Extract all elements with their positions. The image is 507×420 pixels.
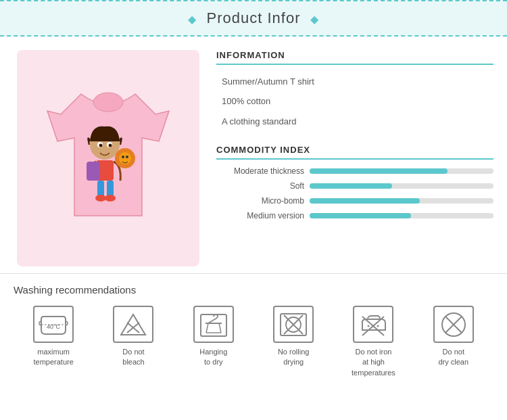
svg-point-4 xyxy=(99,144,103,147)
header-title: ◆ Product Infor ◆ xyxy=(188,9,318,26)
svg-point-0 xyxy=(93,93,123,112)
commodity-section: COMMODITY INDEX Moderate thickness Soft … xyxy=(216,145,493,220)
svg-point-12 xyxy=(122,156,124,158)
commodity-row-2: Micro-bomb xyxy=(216,196,493,206)
commodity-bar-fill-2 xyxy=(310,198,420,204)
commodity-bar-fill-1 xyxy=(310,183,392,189)
wash-item-temperature: 40°C maximumtemperature xyxy=(20,306,87,368)
svg-point-11 xyxy=(119,152,131,164)
washing-icons: 40°C maximumtemperature D xyxy=(14,306,493,378)
commodity-label-0: Moderate thickness xyxy=(216,166,304,176)
svg-point-17 xyxy=(105,195,116,202)
commodity-row-0: Moderate thickness xyxy=(216,166,493,176)
commodity-bar-fill-3 xyxy=(310,213,411,218)
wash-item-no-dry-clean: Do notdry clean xyxy=(420,306,487,368)
header-title-text: Product Infor xyxy=(207,9,301,26)
svg-point-30 xyxy=(368,325,370,327)
svg-text:40°C: 40°C xyxy=(47,323,61,330)
wash-item-bleach: Do notbleach xyxy=(99,306,167,368)
wash-label-no-dry-clean: Do notdry clean xyxy=(438,347,468,368)
wash-item-hang-dry: Hangingto dry xyxy=(180,306,247,368)
commodity-bar-3 xyxy=(310,213,493,218)
wash-icon-no-rolling xyxy=(273,306,314,343)
info-item-1: Summer/Autumn T shirt xyxy=(216,72,493,91)
svg-point-32 xyxy=(377,325,379,327)
wash-icon-no-dry-clean xyxy=(433,306,474,343)
washing-section: Washing recommendations 40°C maximumtem xyxy=(0,273,507,392)
svg-line-24 xyxy=(219,323,221,333)
wash-label-hang-dry: Hangingto dry xyxy=(199,347,227,368)
info-section-title: INFORMATION xyxy=(216,50,493,65)
commodity-label-1: Soft xyxy=(216,181,304,191)
product-image xyxy=(17,50,199,266)
wash-item-no-rolling: No rollingdrying xyxy=(260,306,327,368)
diamond-right: ◆ xyxy=(310,14,319,25)
commodity-label-3: Medium version xyxy=(216,211,304,220)
info-item-3: A clothing standard xyxy=(216,112,493,131)
main-content: INFORMATION Summer/Autumn T shirt 100% c… xyxy=(0,37,507,273)
info-panel: INFORMATION Summer/Autumn T shirt 100% c… xyxy=(216,50,493,266)
product-header: ◆ Product Infor ◆ xyxy=(0,0,507,37)
commodity-bar-2 xyxy=(310,198,493,204)
washing-title: Washing recommendations xyxy=(14,284,493,296)
info-list: Summer/Autumn T shirt 100% cotton A clot… xyxy=(216,72,493,131)
svg-point-5 xyxy=(109,144,112,147)
commodity-section-title: COMMODITY INDEX xyxy=(216,145,493,160)
commodity-row-3: Medium version xyxy=(216,211,493,220)
wash-label-bleach: Do notbleach xyxy=(122,347,144,368)
product-image-area xyxy=(14,50,203,266)
wash-icon-bleach xyxy=(113,306,153,343)
wash-icon-no-high-iron xyxy=(353,306,393,343)
commodity-bar-1 xyxy=(310,183,493,189)
commodity-label-2: Micro-bomb xyxy=(216,196,304,206)
wash-item-no-high-iron: Do not ironat high temperatures xyxy=(339,306,407,378)
commodity-bar-fill-0 xyxy=(310,168,448,174)
wash-label-temperature: maximumtemperature xyxy=(34,347,74,368)
svg-point-16 xyxy=(95,195,106,202)
wash-icon-temperature: 40°C xyxy=(33,306,74,343)
commodity-bar-0 xyxy=(310,168,493,174)
info-item-2: 100% cotton xyxy=(216,91,493,111)
diamond-left: ◆ xyxy=(188,14,197,25)
svg-rect-7 xyxy=(87,162,100,181)
svg-line-23 xyxy=(206,323,208,333)
wash-label-no-rolling: No rollingdrying xyxy=(278,347,309,368)
wash-label-no-high-iron: Do not ironat high temperatures xyxy=(339,347,407,378)
svg-point-13 xyxy=(126,156,128,158)
commodity-row-1: Soft xyxy=(216,181,493,191)
wash-icon-hang-dry xyxy=(193,306,234,343)
